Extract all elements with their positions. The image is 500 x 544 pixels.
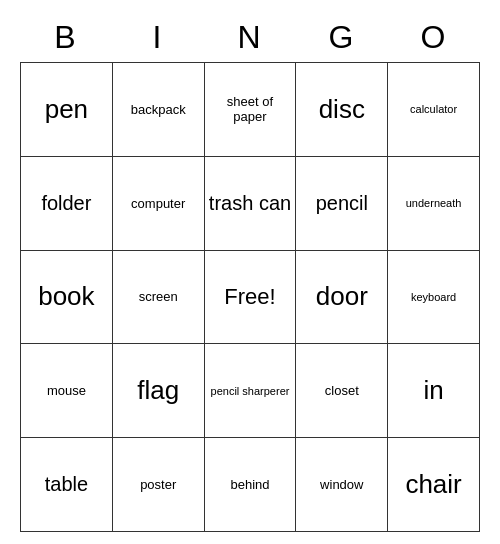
cell-2-3: door: [296, 251, 388, 345]
header-letter-I: I: [112, 12, 204, 62]
bingo-header: BINGO: [20, 12, 480, 62]
cell-0-1: backpack: [113, 63, 205, 157]
cell-1-2: trash can: [205, 157, 297, 251]
cell-2-1: screen: [113, 251, 205, 345]
cell-3-4: in: [388, 344, 480, 438]
cell-4-2: behind: [205, 438, 297, 532]
cell-0-0: pen: [21, 63, 113, 157]
cell-4-3: window: [296, 438, 388, 532]
cell-1-1: computer: [113, 157, 205, 251]
cell-3-0: mouse: [21, 344, 113, 438]
cell-3-3: closet: [296, 344, 388, 438]
cell-1-0: folder: [21, 157, 113, 251]
cell-1-3: pencil: [296, 157, 388, 251]
bingo-card: BINGO penbackpacksheet of paperdisccalcu…: [20, 12, 480, 532]
cell-1-4: underneath: [388, 157, 480, 251]
cell-3-2: pencil sharperer: [205, 344, 297, 438]
header-letter-N: N: [204, 12, 296, 62]
cell-4-0: table: [21, 438, 113, 532]
cell-2-4: keyboard: [388, 251, 480, 345]
header-letter-G: G: [296, 12, 388, 62]
bingo-grid: penbackpacksheet of paperdisccalculatorf…: [20, 62, 480, 532]
header-letter-O: O: [388, 12, 480, 62]
cell-2-0: book: [21, 251, 113, 345]
header-letter-B: B: [20, 12, 112, 62]
cell-0-4: calculator: [388, 63, 480, 157]
cell-3-1: flag: [113, 344, 205, 438]
cell-0-2: sheet of paper: [205, 63, 297, 157]
cell-0-3: disc: [296, 63, 388, 157]
cell-4-4: chair: [388, 438, 480, 532]
cell-4-1: poster: [113, 438, 205, 532]
cell-2-2: Free!: [205, 251, 297, 345]
